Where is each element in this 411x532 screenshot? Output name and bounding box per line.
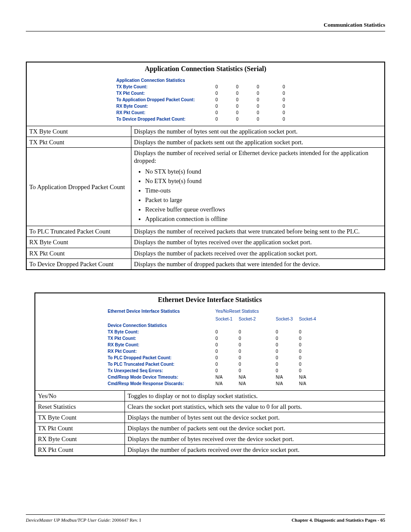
- table2-title: Ethernet Device Interface Statistics: [35, 293, 385, 305]
- t1-r1-desc: Displays the number of bytes sent out th…: [131, 126, 385, 137]
- t1-r6-label: RX Pkt Count: [26, 248, 131, 258]
- t2-r6-label: RX Pkt Count: [35, 445, 125, 456]
- footer-title: DeviceMaster UP Modbus/TCP User Guide: [26, 517, 109, 523]
- yes-no-button[interactable]: Yes/No: [215, 308, 229, 314]
- t1-r7-desc: Displays the number of dropped packets t…: [131, 258, 385, 270]
- screenshot-app-conn-stats: Application Connection Statistics TX Byt…: [116, 77, 384, 122]
- footer-rev: : 2000447 Rev. I: [109, 517, 141, 523]
- ss1-r3-l: RX Byte Count:: [116, 103, 215, 109]
- t2-r6-desc: Displays the number of packets received …: [125, 445, 385, 456]
- t1-r2-desc: Displays the number of packets sent out …: [131, 137, 385, 148]
- t2-r4-label: TX Pkt Count: [35, 423, 125, 434]
- ss1-header: Application Connection Statistics: [116, 77, 215, 84]
- t1-r2-label: TX Pkt Count: [26, 137, 131, 148]
- list-item: No STX byte(s) found: [145, 167, 382, 176]
- t1-r1-label: TX Byte Count: [26, 126, 131, 137]
- t2-r2-label: Reset Statistics: [35, 401, 125, 412]
- header-section-label: Communication Statistics: [26, 22, 385, 28]
- footer-chapter: Chapter 4. Diagnostic and Statistics Pag…: [292, 517, 385, 523]
- ss1-r5-l: To Device Dropped Packet Count:: [116, 116, 215, 122]
- t1-r4-label: To PLC Truncated Packet Count: [26, 226, 131, 237]
- t2-r1-desc: Toggles to display or not to display soc…: [125, 390, 385, 401]
- t2-r1-label: Yes/No: [35, 390, 125, 401]
- list-item: Time-outs: [145, 186, 382, 195]
- ss2-header: Ethernet Device Interface Statistics: [108, 308, 215, 314]
- t1-r3-label: To Application Dropped Packet Count: [26, 148, 131, 226]
- t2-r3-desc: Displays the number of bytes sent out th…: [125, 412, 385, 423]
- t1-r3-intro: Displays the number of received serial o…: [134, 149, 382, 165]
- t1-r4-desc: Displays the number of received packets …: [131, 226, 385, 237]
- ss1-r4-l: RX Pkt Count:: [116, 109, 215, 116]
- reset-statistics-button[interactable]: Reset Statistics: [229, 308, 259, 314]
- t1-r3-list: No STX byte(s) found No ETX byte(s) foun…: [134, 167, 382, 224]
- t1-r6-desc: Displays the number of packets received …: [131, 248, 385, 258]
- page-footer: DeviceMaster UP Modbus/TCP User Guide: 2…: [26, 514, 385, 523]
- list-item: Receive buffer queue overflows: [145, 205, 382, 214]
- t1-r3-desc: Displays the number of received serial o…: [131, 148, 385, 226]
- screenshot-eth-dev-stats: Ethernet Device Interface Statistics Yes…: [108, 308, 384, 387]
- ss1-r1-l: TX Pkt Count:: [116, 90, 215, 96]
- t2-r2-desc: Clears the socket port statistics, which…: [125, 401, 385, 412]
- ss1-r2-l: To Application Dropped Packet Count:: [116, 96, 215, 103]
- table-app-conn-stats: Application Connection Statistics (Seria…: [26, 62, 385, 270]
- t2-r5-label: RX Byte Count: [35, 434, 125, 445]
- ss2-subheader: Device Connection Statistics: [108, 322, 215, 329]
- ss1-r0-l: TX Byte Count:: [116, 84, 215, 90]
- t2-r3-label: TX Byte Count: [35, 412, 125, 423]
- list-item: Packet to large: [145, 195, 382, 205]
- list-item: Application connection is offline: [145, 214, 382, 224]
- t2-r5-desc: Displays the number of bytes received ov…: [125, 434, 385, 445]
- list-item: No ETX byte(s) found: [145, 176, 382, 186]
- table-eth-dev-if-stats: Ethernet Device Interface Statistics Eth…: [34, 292, 385, 456]
- table1-title: Application Connection Statistics (Seria…: [26, 62, 385, 75]
- t1-r5-desc: Displays the number of bytes received ov…: [131, 237, 385, 248]
- t1-r7-label: To Device Dropped Packet Count: [26, 258, 131, 270]
- t2-r4-desc: Displays the number of packets sent out …: [125, 423, 385, 434]
- t1-r5-label: RX Byte Count: [26, 237, 131, 248]
